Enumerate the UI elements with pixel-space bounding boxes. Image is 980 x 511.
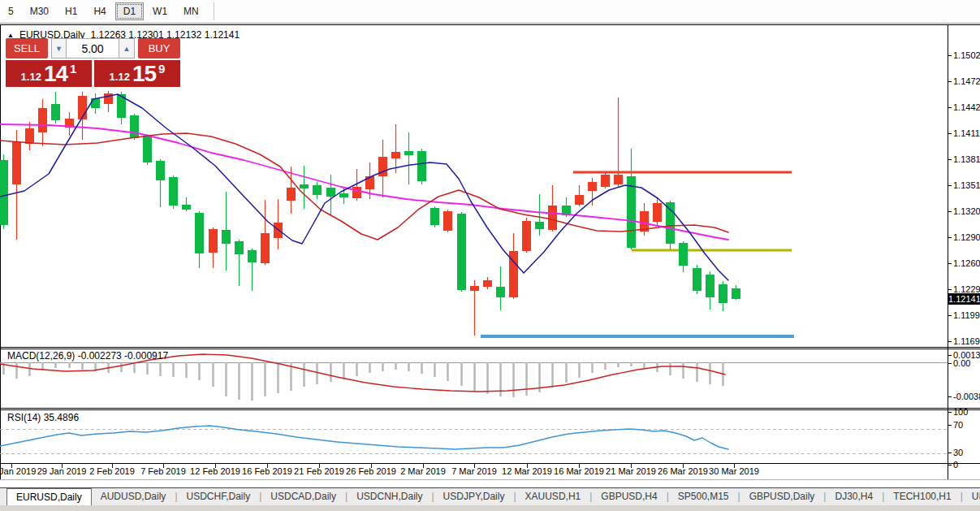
date-axis-label: 29 Jan 2019	[37, 466, 87, 476]
mt4-window: 5M30H1H4D1W1MN ▲ EURUSD,Daily 1.12263 1.…	[0, 0, 980, 511]
price-axis-label: 1.14725	[953, 76, 980, 86]
price-axis-label: 1.12600	[953, 258, 980, 268]
price-axis-label: 1.13205	[953, 206, 980, 216]
timeframe-w1[interactable]: W1	[145, 3, 175, 19]
timeframe-m30[interactable]: M30	[23, 3, 56, 19]
rsi-axis-label: 30	[953, 448, 963, 457]
tab-usdchf-daily[interactable]: USDCHF,Daily	[178, 488, 260, 505]
date-axis-label: 2 Mar 2019	[400, 466, 446, 476]
date-axis-label: 21 Mar 2019	[606, 466, 656, 476]
price-axis-label: 1.14420	[953, 102, 980, 112]
price-axis-label: 1.11995	[953, 310, 980, 320]
buy-price-big: 15	[132, 61, 156, 87]
sell-price-sup: 1	[70, 62, 76, 76]
chevron-down-icon: ▼	[55, 45, 63, 53]
chevron-up-icon: ▲	[123, 45, 131, 53]
sell-price-small: 1.12	[21, 71, 41, 83]
buy-price-small: 1.12	[110, 71, 130, 83]
tab-sp500-m15[interactable]: SP500,M15	[669, 488, 738, 505]
current-price-tag: 1.12141	[948, 293, 980, 305]
date-axis-label: 21 Feb 2019	[294, 466, 344, 476]
tab-tech100-h1[interactable]: TECH100,H1	[884, 488, 960, 505]
tab-usdjpy-daily[interactable]: USDJPY,Daily	[434, 488, 514, 505]
chart-tabs-bar: EURUSD,DailyAUDUSD,Daily|USDCHF,Daily|US…	[0, 487, 980, 505]
tab-usdcnh-daily[interactable]: USDCNH,Daily	[348, 488, 431, 505]
status-strip	[0, 505, 980, 511]
price-axis-label: 1.15025	[953, 50, 980, 60]
rsi-axis-label: 0	[953, 460, 958, 470]
price-axis-label: 1.13510	[953, 180, 980, 190]
macd-axis-label: -0.003862	[953, 392, 980, 401]
tab-audusd-daily[interactable]: AUDUSD,Daily	[92, 488, 175, 505]
tab-eurusd-daily[interactable]: EURUSD,Daily	[6, 488, 92, 505]
tab-xauusd-h1[interactable]: XAUUSD,H1	[516, 488, 590, 505]
sell-price-big: 14	[44, 61, 67, 87]
buy-price-box[interactable]: 1.12 15 9	[94, 60, 180, 87]
lot-dropdown-button[interactable]: ▼	[51, 38, 67, 58]
date-axis-label: 7 Feb 2019	[140, 466, 186, 476]
buy-button[interactable]: BUY	[138, 38, 180, 58]
price-axis-label: 1.11690	[953, 336, 980, 346]
rsi-label: RSI(14) 35.4896	[7, 412, 79, 423]
date-axis-label: 30 Mar 2019	[709, 466, 759, 476]
date-axis-label: 12 Feb 2019	[190, 466, 240, 476]
date-axis-label: 26 Feb 2019	[346, 466, 396, 476]
lot-size-field[interactable]: 5.00	[67, 38, 119, 58]
lot-increase-button[interactable]: ▲	[119, 38, 135, 58]
tab-dj30-h4[interactable]: DJ30,H4	[826, 488, 882, 505]
date-axis-label: 26 Mar 2019	[658, 466, 708, 476]
tab-usdcad-daily[interactable]: USDCAD,Daily	[261, 488, 345, 505]
timeframe-toolbar: 5M30H1H4D1W1MN	[0, 0, 980, 24]
rsi-axis-label: 100	[953, 407, 968, 417]
macd-axis-label: 0.00	[953, 358, 970, 368]
price-axis-label: 1.12905	[953, 232, 980, 242]
price-axis-label: 1.14115	[953, 128, 980, 138]
date-axis-label: 12 Mar 2019	[502, 466, 552, 476]
tab-gbpusd-h4[interactable]: GBPUSD,H4	[592, 488, 666, 505]
macd-label: MACD(12,26,9) -0.002273 -0.000917	[7, 350, 168, 362]
rsi-axis-label: 70	[953, 420, 963, 430]
timeframe-5[interactable]: 5	[1, 3, 21, 19]
date-axis-label: 7 Mar 2019	[451, 466, 497, 476]
date-axis-label: 2 Feb 2019	[89, 466, 135, 476]
tab-gbpusd-daily[interactable]: GBPUSD,Daily	[740, 488, 824, 505]
date-axis-label: 24 Jan 2019	[0, 466, 36, 476]
one-click-trade-panel: SELL ▼ 5.00 ▲ BUY 1.12 14 1 1.12 15 9	[6, 38, 180, 87]
tab-ui[interactable]: UI	[963, 488, 980, 505]
timeframe-d1[interactable]: D1	[115, 2, 144, 20]
date-axis-label: 16 Feb 2019	[242, 466, 292, 476]
sell-price-box[interactable]: 1.12 14 1	[6, 60, 92, 87]
buy-price-sup: 9	[158, 62, 165, 76]
price-axis-label: 1.13815	[953, 154, 980, 164]
date-axis-label: 16 Mar 2019	[554, 466, 604, 476]
sell-button[interactable]: SELL	[6, 38, 48, 58]
toolbar-separator	[214, 2, 215, 20]
timeframe-h4[interactable]: H4	[86, 3, 113, 19]
timeframe-h1[interactable]: H1	[58, 3, 84, 19]
timeframe-mn[interactable]: MN	[176, 3, 206, 19]
